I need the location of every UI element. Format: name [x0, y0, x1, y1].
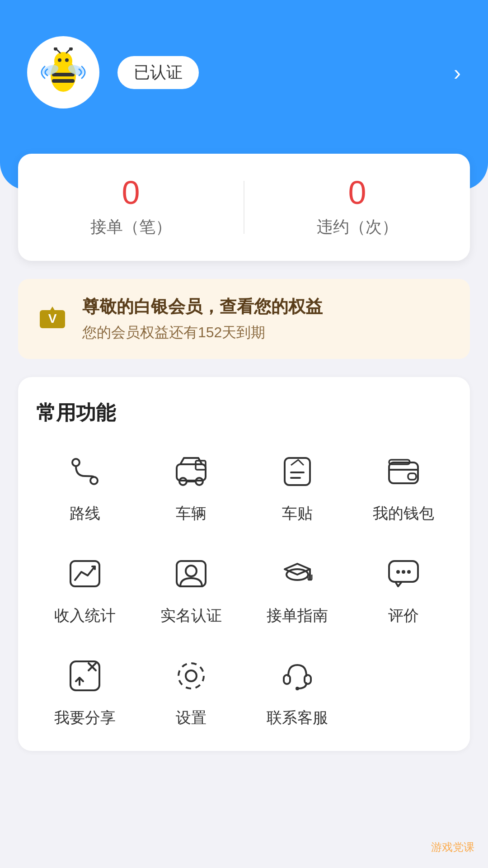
settings-label: 设置: [176, 708, 206, 728]
wallet-label: 我的钱包: [373, 503, 434, 524]
svg-rect-20: [186, 481, 197, 482]
svg-rect-1: [52, 73, 75, 76]
functions-row-2: 收入统计 实名认证: [36, 551, 452, 626]
violations-label: 违约（次）: [253, 216, 461, 238]
orders-label: 接单（笔）: [27, 216, 235, 238]
review-icon: [381, 551, 426, 596]
svg-point-41: [186, 670, 197, 681]
member-banner[interactable]: V 尊敬的白银会员，查看您的权益 您的会员权益还有152天到期: [18, 279, 470, 359]
svg-marker-14: [50, 307, 55, 311]
svg-point-39: [407, 570, 411, 574]
functions-card: 常用功能 路线: [18, 377, 470, 751]
member-title: 尊敬的白银会员，查看您的权益: [82, 295, 323, 318]
avatar[interactable]: [27, 36, 99, 108]
member-subtitle: 您的会员权益还有152天到期: [82, 323, 323, 343]
order-guide-label: 接单指南: [267, 605, 328, 626]
function-item-wallet[interactable]: 我的钱包: [355, 449, 452, 524]
svg-point-4: [58, 58, 61, 62]
svg-point-42: [178, 663, 204, 689]
svg-point-37: [396, 570, 400, 574]
income-stats-icon: [62, 551, 108, 596]
function-item-order-guide[interactable]: 接单指南: [249, 551, 346, 626]
function-item-vehicle[interactable]: 车辆: [142, 449, 239, 524]
real-name-icon: [169, 551, 214, 596]
watermark: 游戏党课: [431, 840, 474, 854]
function-item-car-sticker[interactable]: 车贴: [249, 449, 346, 524]
violations-count: 0: [253, 176, 461, 209]
svg-rect-40: [70, 661, 99, 690]
function-item-route[interactable]: 路线: [36, 449, 133, 524]
svg-rect-28: [408, 473, 416, 480]
svg-point-5: [65, 58, 69, 62]
settings-icon: [169, 653, 214, 698]
svg-text:V: V: [48, 311, 57, 326]
functions-row-3: 我要分享 设置: [36, 653, 452, 728]
car-sticker-label: 车贴: [282, 503, 313, 524]
function-item-customer-service[interactable]: 联系客服: [249, 653, 346, 728]
order-guide-icon: [275, 551, 320, 596]
review-label: 评价: [388, 605, 419, 626]
wallet-icon: [381, 449, 426, 494]
vehicle-icon: [169, 449, 214, 494]
empty-slot: [355, 653, 452, 728]
svg-point-16: [90, 477, 98, 484]
customer-service-icon: [275, 653, 320, 698]
function-item-real-name[interactable]: 实名认证: [142, 551, 239, 626]
function-item-settings[interactable]: 设置: [142, 653, 239, 728]
function-item-review[interactable]: 评价: [355, 551, 452, 626]
svg-rect-44: [305, 675, 311, 684]
svg-point-15: [72, 459, 80, 466]
orders-count: 0: [27, 176, 235, 209]
svg-rect-43: [284, 675, 290, 684]
share-label: 我要分享: [54, 708, 116, 728]
orders-stat: 0 接单（笔）: [18, 176, 244, 238]
certified-badge: 已认证: [117, 56, 199, 89]
stats-card: 0 接单（笔） 0 违约（次）: [18, 154, 470, 261]
function-item-share[interactable]: 我要分享: [36, 653, 133, 728]
function-item-income-stats[interactable]: 收入统计: [36, 551, 133, 626]
svg-point-32: [186, 566, 197, 576]
income-stats-label: 收入统计: [54, 605, 116, 626]
route-label: 路线: [70, 503, 100, 524]
profile-chevron[interactable]: ›: [454, 60, 461, 85]
svg-rect-2: [52, 79, 75, 83]
customer-service-label: 联系客服: [267, 708, 328, 728]
violations-stat: 0 违约（次）: [244, 176, 470, 238]
vehicle-label: 车辆: [176, 503, 206, 524]
car-sticker-icon: [275, 449, 320, 494]
svg-point-38: [402, 570, 405, 574]
functions-row-1: 路线 车辆: [36, 449, 452, 524]
svg-point-45: [296, 687, 299, 690]
vip-icon: V: [36, 303, 69, 335]
real-name-label: 实名认证: [160, 605, 222, 626]
share-icon: [62, 653, 108, 698]
functions-title: 常用功能: [36, 400, 452, 426]
route-icon: [62, 449, 108, 494]
